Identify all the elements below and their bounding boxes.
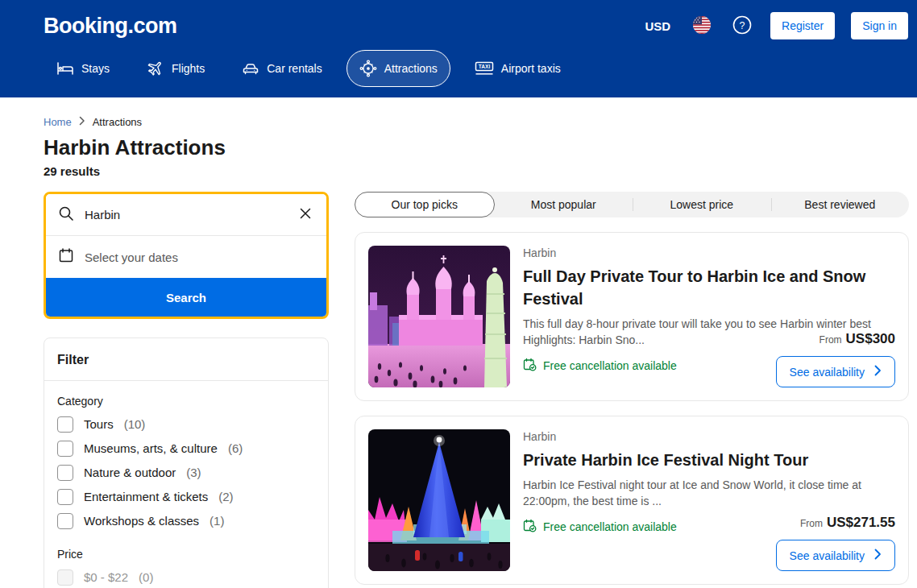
sort-bar: Our top picks Most popular Lowest price … xyxy=(355,192,909,217)
breadcrumb-current: Attractions xyxy=(93,116,142,128)
filter-option-count: (6) xyxy=(228,441,243,457)
clear-search-button[interactable] xyxy=(297,205,314,225)
calendar-icon xyxy=(58,247,74,267)
attraction-photo xyxy=(368,429,510,571)
help-button[interactable]: ? xyxy=(730,13,754,39)
svg-text:?: ? xyxy=(740,19,745,31)
nav-tab-label: Airport taxis xyxy=(501,62,561,75)
sort-tab[interactable]: Most popular xyxy=(495,192,633,217)
ferris-wheel-icon xyxy=(359,60,377,77)
destination-search-input[interactable] xyxy=(85,208,286,222)
sort-tab[interactable]: Lowest price xyxy=(633,192,771,217)
sort-tab[interactable]: Our top picks xyxy=(355,192,495,217)
category-group-label: Category xyxy=(44,381,328,413)
breadcrumb-home-link[interactable]: Home xyxy=(44,116,72,128)
results-count: 29 results xyxy=(44,164,909,178)
see-availability-button[interactable]: See availability xyxy=(776,540,895,571)
results-column: Our top picks Most popular Lowest price … xyxy=(355,192,909,585)
ice-castle-image xyxy=(368,246,510,387)
date-picker-field[interactable]: Select your dates xyxy=(46,236,326,278)
chevron-right-icon xyxy=(874,365,882,379)
nav-tab-label: Flights xyxy=(172,62,205,75)
register-button[interactable]: Register xyxy=(770,12,835,39)
close-icon xyxy=(300,208,311,222)
calendar-check-icon xyxy=(523,519,537,535)
filter-option-count: (3) xyxy=(186,465,201,481)
price-prefix: From xyxy=(819,334,842,346)
nav-tab-label: Car rentals xyxy=(267,62,322,75)
left-sidebar: Select your dates Search Filter Category… xyxy=(44,192,329,588)
nav-tab-flights[interactable]: Flights xyxy=(134,50,218,87)
see-availability-button[interactable]: See availability xyxy=(776,356,895,387)
signin-button[interactable]: Sign in xyxy=(851,12,908,39)
search-icon xyxy=(58,205,74,225)
filter-option-count: (10) xyxy=(124,416,146,433)
price-line: FromUS$300 xyxy=(776,331,895,347)
ice-tower-image xyxy=(368,429,510,571)
category-filter-option[interactable]: Nature & outdoor (3) xyxy=(44,462,328,484)
main-nav: Stays Flights Car rentals xyxy=(44,50,908,87)
car-icon xyxy=(242,61,259,76)
attraction-card[interactable]: Harbin Private Harbin Ice Festival Night… xyxy=(355,416,909,585)
category-filter-option[interactable]: Tours (10) xyxy=(44,413,328,436)
filter-option-count: (0) xyxy=(139,569,153,586)
sort-tab[interactable]: Best reviewed xyxy=(771,192,910,217)
filter-title: Filter xyxy=(44,353,328,380)
nav-tab-label: Attractions xyxy=(384,62,438,75)
results-list: Harbin Full Day Private Tour to Harbin I… xyxy=(355,232,909,585)
checkbox[interactable] xyxy=(57,441,73,457)
price-and-cta: FromUS$300 See availability xyxy=(776,331,895,387)
checkbox[interactable] xyxy=(57,416,73,433)
see-availability-label: See availability xyxy=(790,366,865,379)
category-filter-option[interactable]: Workshops & classes (1) xyxy=(44,510,328,532)
attraction-location: Harbin xyxy=(523,246,895,259)
page-main: Home Attractions Harbin Attractions 29 r… xyxy=(0,97,917,588)
date-placeholder: Select your dates xyxy=(85,251,178,264)
search-widget: Select your dates Search xyxy=(44,192,329,319)
nav-tab-car-rentals[interactable]: Car rentals xyxy=(229,52,334,85)
category-options: Tours (10) Museums, arts, & culture (6) xyxy=(44,413,328,532)
category-filter-option[interactable]: Museums, arts, & culture (6) xyxy=(44,437,328,460)
filter-option-count: (1) xyxy=(210,513,224,529)
checkbox[interactable] xyxy=(57,513,73,529)
language-flag-button[interactable] xyxy=(690,13,714,39)
badge-label: Free cancellation available xyxy=(543,520,677,533)
page-title: Harbin Attractions xyxy=(44,135,909,160)
chevron-right-icon xyxy=(874,549,882,562)
filter-option-count: (2) xyxy=(218,489,233,505)
taxi-icon: TAXI xyxy=(475,61,494,76)
checkbox-disabled xyxy=(57,569,73,586)
nav-tab-label: Stays xyxy=(81,62,110,75)
attraction-photo xyxy=(368,246,510,387)
attraction-card[interactable]: Harbin Full Day Private Tour to Harbin I… xyxy=(355,232,909,401)
nav-tab-airport-taxis[interactable]: TAXI Airport taxis xyxy=(462,52,574,85)
price-options: $0 - $22 (0) $22 - $44 (0) xyxy=(44,566,328,588)
question-mark-icon: ? xyxy=(732,14,753,38)
attraction-title[interactable]: Private Harbin Ice Festival Night Tour xyxy=(523,449,895,471)
attraction-title[interactable]: Full Day Private Tour to Harbin Ice and … xyxy=(523,265,895,310)
filter-option-label: Entertainment & tickets xyxy=(84,489,208,505)
nav-tab-stays[interactable]: Stays xyxy=(44,52,122,85)
price-amount: US$271.55 xyxy=(827,515,895,530)
attraction-location: Harbin xyxy=(523,430,895,443)
breadcrumb: Home Attractions xyxy=(44,116,909,128)
svg-text:TAXI: TAXI xyxy=(479,64,491,69)
filter-option-label: Workshops & classes xyxy=(84,513,199,529)
price-amount: US$300 xyxy=(846,331,895,346)
filter-option-label: Museums, arts, & culture xyxy=(84,441,218,457)
nav-tab-attractions[interactable]: Attractions xyxy=(346,50,450,87)
currency-selector[interactable]: USD xyxy=(641,14,674,38)
badge-label: Free cancellation available xyxy=(543,359,677,372)
checkbox[interactable] xyxy=(57,489,73,505)
calendar-check-icon xyxy=(523,358,537,374)
chevron-right-icon xyxy=(79,116,85,128)
search-button[interactable]: Search xyxy=(46,278,326,317)
plane-icon xyxy=(147,60,164,77)
price-and-cta: FromUS$271.55 See availability xyxy=(776,515,895,571)
booking-logo[interactable]: Booking.com xyxy=(44,14,177,39)
checkbox[interactable] xyxy=(57,465,73,481)
top-header: Booking.com USD xyxy=(0,0,917,97)
category-filter-option[interactable]: Entertainment & tickets (2) xyxy=(44,486,328,508)
price-prefix: From xyxy=(800,518,823,529)
price-filter-option: $0 - $22 (0) xyxy=(44,566,328,588)
